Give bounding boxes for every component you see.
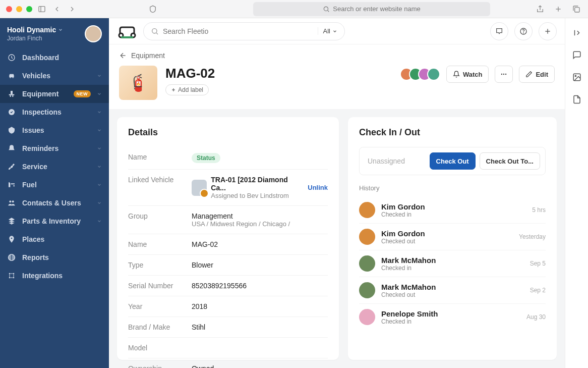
app-topbar: All — [109, 18, 565, 44]
back-icon[interactable] — [51, 4, 63, 15]
history-row[interactable]: Kim Gordon Checked in 5 hrs — [359, 197, 546, 224]
sidebar-item-inspections[interactable]: Inspections — [0, 103, 109, 121]
history-row[interactable]: Kim Gordon Checked out Yesterday — [359, 224, 546, 250]
share-icon[interactable] — [535, 4, 546, 15]
field-ownership: Ownership Owned — [128, 358, 328, 368]
tabs-icon[interactable] — [571, 4, 582, 15]
sidebar-item-places[interactable]: Places — [0, 230, 109, 248]
history-avatar — [359, 255, 375, 272]
sidebar-item-label: Inspections — [22, 108, 91, 116]
sidebar-icon — [7, 272, 16, 280]
sidebar-item-issues[interactable]: Issues — [0, 121, 109, 139]
chevron-down-icon — [97, 199, 102, 207]
history-name: Kim Gordon — [381, 229, 513, 238]
search-filter[interactable]: All — [318, 27, 337, 35]
svg-point-20 — [9, 277, 11, 279]
sidebar-icon — [7, 253, 16, 261]
checkout-to-button[interactable]: Check Out To... — [480, 152, 540, 170]
add-label-button[interactable]: Add label — [165, 84, 209, 95]
org-name: Hooli Dynamic — [7, 26, 56, 34]
minimize-window-icon[interactable] — [16, 6, 22, 12]
sidebar-icon — [7, 72, 16, 80]
browser-chrome: Search or enter website name — [0, 0, 588, 18]
sidebar-item-reminders[interactable]: Reminders — [0, 139, 109, 157]
sidebar-item-dashboard[interactable]: Dashboard — [0, 48, 109, 67]
sidebar-item-integrations[interactable]: Integrations — [0, 267, 109, 285]
sidebar-item-contacts-users[interactable]: Contacts & Users — [0, 194, 109, 212]
history-action: Checked in — [381, 318, 520, 325]
svg-line-3 — [328, 10, 329, 12]
svg-point-22 — [152, 28, 157, 33]
history-row[interactable]: Mark McMahon Checked in Sep 5 — [359, 250, 546, 277]
linked-vehicle-name[interactable]: TRA-01 [2012 Diamond Ca... — [211, 176, 300, 192]
page-header: 🧯 MAG-02 Add label Watch — [109, 63, 565, 109]
sidebar-toggle-icon[interactable] — [36, 4, 47, 15]
sidebar-header[interactable]: Hooli Dynamic Jordan Finch — [0, 18, 109, 48]
search-input[interactable] — [163, 27, 314, 35]
user-avatar[interactable] — [85, 25, 102, 42]
sidebar-item-parts-inventory[interactable]: Parts & Inventory — [0, 212, 109, 230]
privacy-icon[interactable] — [147, 4, 158, 15]
field-serial: Serial Number 85203892195566 — [128, 276, 328, 296]
vehicle-thumbnail — [192, 180, 207, 196]
svg-point-15 — [12, 200, 14, 202]
sidebar-item-label: Issues — [22, 126, 91, 134]
fullscreen-window-icon[interactable] — [26, 6, 32, 12]
equipment-image: 🧯 — [119, 66, 157, 100]
sidebar-item-fuel[interactable]: Fuel — [0, 176, 109, 194]
svg-point-31 — [501, 74, 502, 75]
browser-omnibox[interactable]: Search or enter website name — [253, 2, 490, 16]
sidebar-item-reports[interactable]: Reports — [0, 248, 109, 267]
svg-point-2 — [324, 7, 328, 11]
help-button[interactable] — [514, 22, 533, 40]
history-action: Checked in — [381, 265, 524, 272]
edit-button[interactable]: Edit — [519, 66, 555, 83]
app-logo[interactable] — [117, 22, 137, 40]
sidebar-item-label: Fuel — [22, 181, 91, 189]
new-tab-icon[interactable] — [553, 4, 564, 15]
breadcrumb[interactable]: Equipment — [109, 44, 565, 63]
sidebar-icon — [7, 235, 16, 243]
app-search[interactable]: All — [143, 22, 345, 40]
inbox-button[interactable] — [490, 22, 508, 40]
svg-rect-12 — [12, 95, 13, 97]
sidebar-item-equipment[interactable]: Equipment NEW — [0, 85, 109, 103]
photos-icon[interactable] — [572, 73, 581, 84]
chevron-down-icon — [97, 90, 102, 98]
add-button[interactable] — [539, 22, 557, 40]
expand-rail-icon[interactable] — [572, 28, 581, 39]
comments-icon[interactable] — [572, 50, 581, 62]
svg-point-21 — [13, 277, 15, 279]
field-linked-vehicle: Linked Vehicle TRA-01 [2012 Diamond Ca..… — [128, 170, 328, 206]
forward-icon[interactable] — [67, 4, 78, 15]
checkout-button[interactable]: Check Out — [430, 152, 476, 170]
sidebar-item-label: Reports — [22, 253, 102, 261]
chevron-down-icon — [97, 108, 102, 116]
history-avatar — [359, 309, 375, 325]
right-rail — [565, 18, 588, 368]
checkin-title: Check In / Out — [359, 127, 546, 138]
field-type: Type Blower — [128, 255, 328, 276]
documents-icon[interactable] — [572, 95, 581, 106]
sidebar-item-vehicles[interactable]: Vehicles — [0, 67, 109, 85]
sidebar-icon — [7, 126, 16, 134]
bell-icon — [453, 71, 460, 78]
history-row[interactable]: Penelope Smith Checked in Aug 30 — [359, 304, 546, 330]
close-window-icon[interactable] — [6, 6, 12, 12]
linked-vehicle-assignee: Assigned to Bev Lindstrom — [211, 192, 300, 199]
svg-line-23 — [156, 33, 158, 34]
more-button[interactable] — [495, 66, 513, 83]
sidebar-item-label: Contacts & Users — [22, 199, 91, 207]
svg-rect-11 — [10, 95, 11, 97]
history-name: Penelope Smith — [381, 309, 520, 318]
svg-point-14 — [9, 200, 11, 202]
unlink-button[interactable]: Unlink — [308, 184, 328, 191]
chevron-down-icon — [97, 72, 102, 80]
history-row[interactable]: Mark McMahon Checked out Sep 2 — [359, 277, 546, 304]
svg-point-36 — [575, 75, 576, 76]
history-time: Sep 2 — [530, 287, 546, 294]
watch-button[interactable]: Watch — [446, 66, 489, 83]
sidebar-item-service[interactable]: Service — [0, 157, 109, 176]
watchers-avatars[interactable] — [400, 68, 440, 81]
sidebar-icon — [7, 163, 16, 171]
